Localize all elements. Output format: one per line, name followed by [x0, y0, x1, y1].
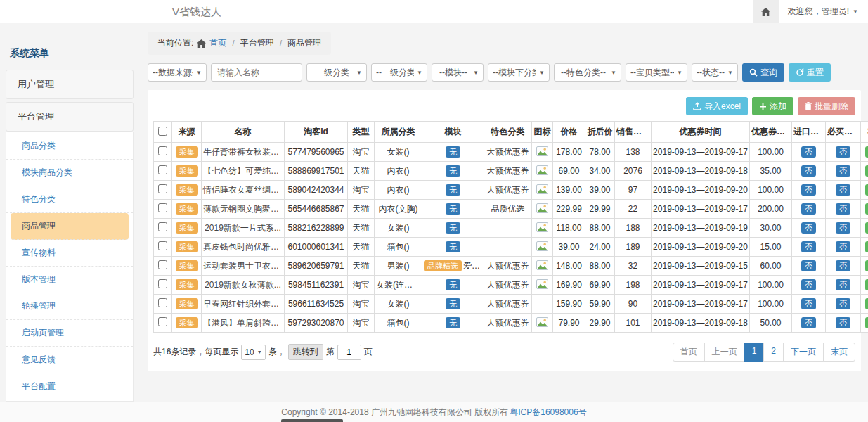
copyright-text: Copyright © 2014-2018 广州九驰网络科技有限公司 版权所有: [281, 407, 508, 418]
sidebar-item-1-5[interactable]: 版本管理: [6, 267, 133, 293]
taoke-id-cell: 588869917501: [285, 162, 348, 181]
status-toggle[interactable]: 上架: [865, 203, 868, 215]
imported-cell: 否: [792, 219, 826, 238]
status-toggle[interactable]: 上架: [865, 317, 868, 328]
pager-item-5[interactable]: 末页: [823, 343, 855, 362]
per-page-select[interactable]: 10 ▼: [241, 345, 265, 360]
sidebar-item-1-3[interactable]: 商品管理: [11, 213, 129, 240]
status-toggle[interactable]: 上架: [865, 165, 868, 177]
imported-toggle[interactable]: 否: [801, 260, 816, 271]
status-toggle[interactable]: 上架: [865, 241, 868, 252]
source-badge: 采集: [176, 241, 198, 252]
sidebar-item-1-4[interactable]: 宣传物料: [6, 240, 133, 267]
reset-button[interactable]: 重置: [789, 63, 831, 82]
sidebar-item-1-1[interactable]: 模块商品分类: [6, 160, 133, 186]
name-search-input[interactable]: [211, 63, 302, 82]
price-cell: 139.00: [553, 181, 585, 200]
imported-toggle[interactable]: 否: [801, 222, 816, 234]
batch-delete-button[interactable]: 批量删除: [798, 97, 855, 115]
import-excel-button[interactable]: 导入excel: [686, 97, 748, 115]
imported-toggle[interactable]: 否: [801, 146, 816, 158]
must-buy-cell: 否: [826, 238, 861, 257]
table-row: 采集情侣睡衣女夏丝绸男士...589042420344淘宝内衣()无大额优惠券1…: [154, 181, 868, 200]
row-checkbox[interactable]: [158, 203, 167, 212]
filter-select-6[interactable]: --状态--▼: [692, 63, 738, 82]
pager-item-1[interactable]: 上一页: [704, 343, 745, 362]
imported-toggle[interactable]: 否: [801, 317, 816, 328]
welcome-text: 欢迎您，管理员!: [788, 6, 849, 18]
row-checkbox-cell: [154, 219, 172, 238]
imported-toggle[interactable]: 否: [801, 279, 816, 290]
imported-toggle[interactable]: 否: [801, 203, 816, 215]
filter-select-4[interactable]: --特色分类--▼: [554, 63, 621, 82]
status-toggle[interactable]: 上架: [865, 184, 868, 196]
must-buy-toggle[interactable]: 否: [836, 165, 850, 177]
must-buy-toggle[interactable]: 否: [836, 184, 850, 196]
filter-select-0[interactable]: 一级分类▼: [306, 63, 367, 82]
imported-toggle[interactable]: 否: [801, 184, 816, 196]
sidebar-item-1-8[interactable]: 意见反馈: [6, 347, 133, 373]
must-buy-toggle[interactable]: 否: [836, 298, 850, 309]
row-checkbox[interactable]: [158, 222, 167, 231]
pager-item-2[interactable]: 1: [744, 343, 765, 362]
must-buy-toggle[interactable]: 否: [836, 241, 850, 252]
icon-cell: [532, 257, 553, 276]
breadcrumb-home-link[interactable]: 首页: [209, 37, 226, 49]
row-checkbox[interactable]: [158, 317, 167, 326]
discount-price-cell: 88.00: [585, 219, 615, 238]
search-button[interactable]: 查询: [742, 63, 784, 82]
filter-select-source[interactable]: --数据来源--▼: [148, 63, 207, 82]
pager-item-0[interactable]: 首页: [673, 343, 705, 362]
row-checkbox[interactable]: [158, 260, 167, 269]
filter-select-3[interactable]: --模块下分类--▼: [488, 63, 550, 82]
sidebar-item-1-9[interactable]: 平台配置: [6, 373, 133, 399]
select-all-checkbox[interactable]: [158, 127, 167, 136]
imported-toggle[interactable]: 否: [801, 165, 816, 177]
sidebar-item-1-6[interactable]: 轮播管理: [6, 293, 133, 320]
icp-link[interactable]: 粤ICP备16098006号: [510, 407, 586, 418]
filter-select-2[interactable]: --模块--▼: [432, 63, 484, 82]
status-toggle[interactable]: 上架: [865, 260, 868, 271]
must-buy-toggle[interactable]: 否: [836, 260, 850, 271]
sidebar-item-1-2[interactable]: 特色分类: [6, 186, 133, 213]
status-toggle[interactable]: 上架: [865, 279, 868, 290]
must-buy-toggle[interactable]: 否: [836, 317, 850, 328]
row-checkbox[interactable]: [158, 279, 167, 288]
row-checkbox[interactable]: [158, 146, 167, 155]
status-toggle[interactable]: 上架: [865, 146, 868, 158]
sidebar-item-1-7[interactable]: 启动页管理: [6, 320, 133, 347]
row-checkbox[interactable]: [158, 298, 167, 307]
price-cell: 118.00: [553, 219, 585, 238]
add-button[interactable]: 添加: [752, 97, 793, 115]
status-toggle[interactable]: 上架: [865, 222, 868, 234]
name-cell: 2019新款女秋薄款...: [202, 276, 285, 295]
filter-select-1[interactable]: --二级分类--▼: [371, 63, 427, 82]
pager-item-3[interactable]: 2: [763, 343, 784, 362]
table-row: 采集真皮钱包时尚优雅女士...601000601341天猫箱包()无39.002…: [154, 238, 868, 257]
user-menu[interactable]: 欢迎您，管理员! ▼: [788, 6, 858, 18]
filter-select-5[interactable]: --宝贝类型--▼: [626, 63, 687, 82]
status-toggle[interactable]: 上架: [865, 298, 868, 309]
imported-toggle[interactable]: 否: [801, 298, 816, 309]
home-button[interactable]: [753, 0, 779, 23]
must-buy-toggle[interactable]: 否: [836, 222, 850, 234]
sidebar-item-1-0[interactable]: 商品分类: [6, 133, 133, 160]
jump-button[interactable]: 跳转到: [288, 344, 323, 360]
imported-toggle[interactable]: 否: [801, 241, 816, 252]
pager-item-4[interactable]: 下一页: [783, 343, 824, 362]
source-cell: 采集: [172, 200, 202, 219]
source-cell: 采集: [172, 314, 202, 333]
must-buy-toggle[interactable]: 否: [836, 279, 850, 290]
sales-cell: 32: [615, 257, 652, 276]
row-checkbox[interactable]: [158, 165, 167, 174]
row-checkbox[interactable]: [158, 241, 167, 250]
must-buy-toggle[interactable]: 否: [836, 203, 850, 215]
row-checkbox[interactable]: [158, 184, 167, 193]
sidebar-group-0[interactable]: 用户管理: [6, 70, 134, 99]
feature-cell: 大额优惠券: [484, 257, 532, 276]
page-number-input[interactable]: [337, 345, 361, 360]
sidebar-group-1[interactable]: 平台管理: [6, 102, 134, 132]
price-cell: 69.00: [553, 162, 585, 181]
must-buy-toggle[interactable]: 否: [836, 146, 850, 158]
taoke-id-cell: 601000601341: [285, 238, 348, 257]
